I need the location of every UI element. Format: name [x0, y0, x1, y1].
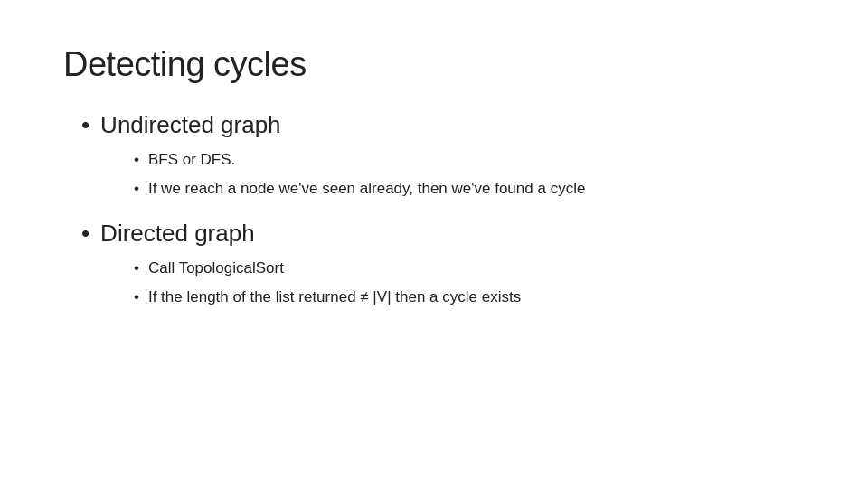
- undirected-subbullets: BFS or DFS. If we reach a node we've see…: [81, 148, 805, 200]
- section-directed-heading: Directed graph: [81, 220, 805, 248]
- main-list: Undirected graph BFS or DFS. If we reach…: [63, 111, 805, 308]
- directed-bullet-1: Call TopologicalSort: [134, 257, 805, 280]
- directed-bullet-2: If the length of the list returned ≠ |V|…: [134, 286, 805, 309]
- slide: Detecting cycles Undirected graph BFS or…: [0, 0, 868, 488]
- slide-title: Detecting cycles: [63, 45, 805, 84]
- undirected-bullet-2: If we reach a node we've seen already, t…: [134, 177, 805, 201]
- undirected-bullet-1: BFS or DFS.: [134, 148, 805, 172]
- section-directed: Directed graph Call TopologicalSort If t…: [81, 220, 805, 308]
- directed-subbullets: Call TopologicalSort If the length of th…: [81, 257, 805, 308]
- section-undirected-heading: Undirected graph: [81, 111, 805, 139]
- section-undirected: Undirected graph BFS or DFS. If we reach…: [81, 111, 805, 200]
